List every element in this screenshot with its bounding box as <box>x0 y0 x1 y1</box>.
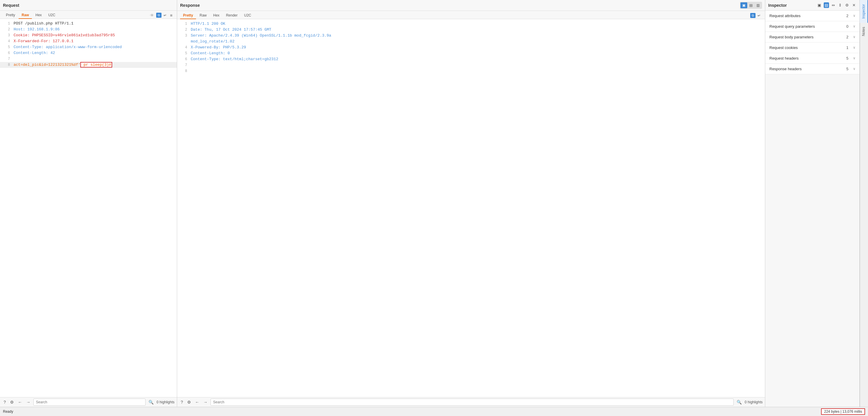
request-copy-button[interactable]: ⧉ <box>156 13 161 18</box>
red-box-highlight: pr sleep(3)# <box>80 62 112 68</box>
request-header: Request <box>0 0 177 11</box>
request-search-input[interactable] <box>33 398 146 406</box>
inspector-row-response-headers[interactable]: Response headers 5 ∨ <box>765 64 860 74</box>
resp-line-content-5: Content-Length: 0 <box>191 51 762 56</box>
inspector-expand-btn[interactable]: ⇔ <box>831 2 836 8</box>
chevron-down-icon-2: ∨ <box>853 35 855 39</box>
inspector-layout-btn-2[interactable]: ▤ <box>824 2 829 8</box>
resp-line-content-6: Content-Type: text/html;charset=gb2312 <box>191 56 762 62</box>
tab-request-u2c[interactable]: U2C <box>45 12 58 19</box>
line-num-4: 4 <box>3 38 10 44</box>
chevron-down-icon-5: ∨ <box>853 67 855 71</box>
resp-line-num-8: 8 <box>180 68 187 74</box>
inspector-count-body-params: 2 <box>846 35 848 39</box>
inspector-row-request-attributes[interactable]: Request attributes 2 ∨ <box>765 11 860 21</box>
inspector-rows: Request attributes 2 ∨ Request query par… <box>765 11 860 407</box>
line-num-5: 5 <box>3 44 10 50</box>
line-content-2: Host: 192.168.1.9:86 <box>13 27 174 32</box>
response-code-area: 1 HTTP/1.1 200 OK 2 Date: Thu, 17 Oct 20… <box>177 19 765 397</box>
inspector-layout-btn-1[interactable]: ▣ <box>817 2 822 8</box>
tab-request-pretty[interactable]: Pretty <box>3 12 18 19</box>
response-header: Response ▣ ▤ ▥ <box>177 0 765 11</box>
response-line-1: 1 HTTP/1.1 200 OK <box>177 21 765 27</box>
layout-btn-2[interactable]: ▤ <box>748 2 754 8</box>
inspector-title: Inspector <box>768 3 815 8</box>
resp-line-content-3b: mod_log_rotate/1.02 <box>191 39 762 44</box>
layout-btn-3[interactable]: ▥ <box>755 2 762 8</box>
inspector-count-response-headers: 5 <box>846 67 848 71</box>
response-ln-button[interactable]: ↵ <box>756 13 762 18</box>
resp-line-num-4: 4 <box>180 44 187 51</box>
response-help-button[interactable]: ? <box>180 399 184 405</box>
line-num-8: 8 <box>3 62 10 68</box>
request-line-4: 4 X-Forwarded-For: 127.0.0.1 <box>0 38 177 44</box>
request-menu-button[interactable]: ≡ <box>168 12 174 18</box>
resp-line-content-2: Date: Thu, 17 Oct 2024 17:57:45 GMT <box>191 27 762 33</box>
response-line-5: 5 Content-Length: 0 <box>177 51 765 56</box>
resp-line-num-7: 7 <box>180 62 187 68</box>
resp-line-num-5: 5 <box>180 51 187 56</box>
tab-request-raw[interactable]: Raw <box>19 12 32 19</box>
status-info: 224 bytes | 13,076 millis <box>821 408 865 415</box>
request-ln-button[interactable]: ↵ <box>162 13 168 18</box>
request-line-2: 2 Host: 192.168.1.9:86 <box>0 27 177 32</box>
chevron-down-icon-1: ∨ <box>853 24 855 29</box>
tab-response-raw[interactable]: Raw <box>197 12 210 19</box>
line-content-6: Content-Length: 42 <box>13 50 174 56</box>
response-line-8: 8 <box>177 68 765 74</box>
response-settings-button[interactable]: ⚙ <box>186 399 192 405</box>
resp-line-num-6: 6 <box>180 56 187 62</box>
response-bottom-toolbar: ? ⚙ ← → 🔍 0 highlights <box>177 397 765 407</box>
request-eye-button[interactable]: 👁 <box>149 12 156 18</box>
response-search-button[interactable]: 🔍 <box>736 399 743 405</box>
response-highlights-count: 0 highlights <box>745 400 763 404</box>
line-content-1: POST /publish.php HTTP/1.1 <box>13 21 174 27</box>
request-back-button[interactable]: ← <box>17 399 23 405</box>
inspector-row-request-headers[interactable]: Request headers 5 ∨ <box>765 53 860 64</box>
inspector-count-request-headers: 5 <box>846 56 848 61</box>
resp-line-num-2: 2 <box>180 27 187 33</box>
inspector-title-bar: Inspector ▣ ▤ ⇔ ⇕ ⚙ ✕ <box>765 0 860 11</box>
response-line-6: 6 Content-Type: text/html;charset=gb2312 <box>177 56 765 62</box>
line-num-1: 1 <box>3 21 10 27</box>
request-forward-button[interactable]: → <box>25 399 32 405</box>
tab-response-hex[interactable]: Hex <box>210 12 222 19</box>
layout-btn-1[interactable]: ▣ <box>740 2 747 8</box>
inspector-label-cookies: Request cookies <box>769 45 844 50</box>
inspector-label-body-params: Request body parameters <box>769 35 844 39</box>
inspector-row-query-params[interactable]: Request query parameters 0 ∨ <box>765 21 860 32</box>
request-line-8: 8 act=del_pic&id=1221321321%df' pr sleep… <box>0 62 177 68</box>
resp-line-num-3: 3 <box>180 33 187 39</box>
response-forward-button[interactable]: → <box>202 399 209 405</box>
tab-response-pretty[interactable]: Pretty <box>180 12 196 19</box>
response-line-3: 3 Server: Apache/2.4.39 (Win64) OpenSSL/… <box>177 33 765 39</box>
inspector-close-btn[interactable]: ✕ <box>851 2 857 8</box>
inspector-label-query-params: Request query parameters <box>769 24 844 29</box>
side-tab-notes[interactable]: Notes <box>860 23 868 40</box>
inspector-settings-btn[interactable]: ⚙ <box>844 2 850 8</box>
response-copy-button[interactable]: ⧉ <box>750 13 755 18</box>
request-help-button[interactable]: ? <box>2 399 7 405</box>
side-tab-inspector[interactable]: Inspector <box>860 0 868 23</box>
response-back-button[interactable]: ← <box>194 399 200 405</box>
request-line-3: 3 Cookie: PHPSESSID=v46rvle861a1vd1ub3ad… <box>0 32 177 38</box>
request-highlights-count: 0 highlights <box>156 400 175 404</box>
resp-line-content-1: HTTP/1.1 200 OK <box>191 21 762 27</box>
response-search-input[interactable] <box>211 398 734 406</box>
inspector-row-cookies[interactable]: Request cookies 1 ∨ <box>765 42 860 53</box>
line-num-2: 2 <box>3 27 10 32</box>
tab-request-hex[interactable]: Hex <box>32 12 44 19</box>
line-content-3: Cookie: PHPSESSID=v46rvle861a1vd1ub3ad79… <box>13 32 174 38</box>
request-search-button[interactable]: 🔍 <box>147 399 155 405</box>
inspector-label-request-attributes: Request attributes <box>769 13 844 18</box>
response-panel: Response ▣ ▤ ▥ Pretty Raw Hex Render U2C… <box>177 0 765 407</box>
request-line-1: 1 POST /publish.php HTTP/1.1 <box>0 21 177 27</box>
tab-response-render[interactable]: Render <box>223 12 240 19</box>
inspector-compress-btn[interactable]: ⇕ <box>838 2 843 8</box>
tab-response-u2c[interactable]: U2C <box>241 12 254 19</box>
inspector-count-cookies: 1 <box>846 45 848 50</box>
response-line-3b: 3 mod_log_rotate/1.02 <box>177 39 765 44</box>
inspector-label-response-headers: Response headers <box>769 67 844 71</box>
request-settings-button[interactable]: ⚙ <box>9 399 15 405</box>
inspector-row-body-params[interactable]: Request body parameters 2 ∨ <box>765 32 860 42</box>
